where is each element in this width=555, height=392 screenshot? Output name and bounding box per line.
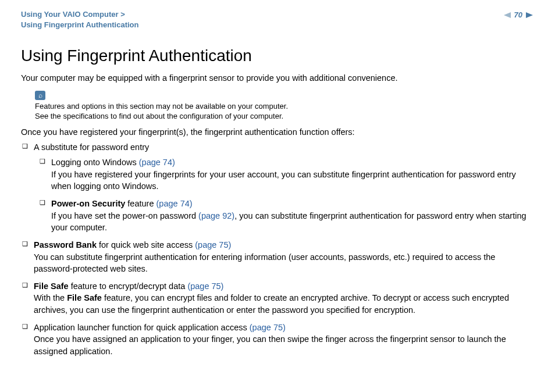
search-info-icon: ⌕ <box>35 91 45 100</box>
page-link[interactable]: (page 75) <box>195 240 231 250</box>
list-item: Power-on Security feature (page 74) If y… <box>51 198 534 233</box>
item-body: If you have set the power-on password (p… <box>51 210 534 234</box>
intro-text: Your computer may be equipped with a fin… <box>21 73 534 83</box>
item-body: If you have registered your fingerprints… <box>51 169 534 193</box>
page-navigation: 70 <box>503 10 534 19</box>
item-body: You can substitute fingerprint authentic… <box>34 251 534 275</box>
body-pre: If you have set the power-on password <box>51 211 198 220</box>
page-link[interactable]: (page 92) <box>198 211 234 220</box>
item-prefix: Logging onto Windows <box>51 158 139 167</box>
prev-page-arrow-icon[interactable] <box>503 12 511 19</box>
page-header: Using Your VAIO Computer > Using Fingerp… <box>21 9 534 30</box>
list-item: Application launcher function for quick … <box>34 322 534 357</box>
page-title: Using Fingerprint Authentication <box>21 47 534 65</box>
item-prefix-rest: for quick web site access <box>97 240 195 250</box>
list-item: File Safe feature to encrypt/decrypt dat… <box>34 280 534 316</box>
svg-marker-0 <box>504 12 511 18</box>
next-page-arrow-icon[interactable] <box>526 12 534 19</box>
breadcrumb-line-2: Using Fingerprint Authentication <box>21 20 138 30</box>
sub-list: Logging onto Windows (page 74) If you ha… <box>34 156 534 233</box>
body-bold: File Safe <box>67 293 102 302</box>
info-text-line-1: Features and options in this section may… <box>35 102 534 112</box>
item-prefix-rest: feature to encrypt/decrypt data <box>69 281 188 291</box>
page-link[interactable]: (page 74) <box>156 199 193 208</box>
list-item: Password Bank for quick web site access … <box>34 239 534 275</box>
list-item: A substitute for password entry Logging … <box>34 141 534 233</box>
item-prefix: Application launcher function for quick … <box>34 323 250 332</box>
item-title: A substitute for password entry <box>34 142 149 152</box>
breadcrumb-line-1: Using Your VAIO Computer > <box>21 9 138 20</box>
body-post: feature, you can encrypt files and folde… <box>34 293 509 314</box>
body-pre: With the <box>34 293 67 302</box>
page-link[interactable]: (page 75) <box>187 281 223 291</box>
item-prefix-rest: feature <box>125 199 156 208</box>
page-link[interactable]: (page 74) <box>139 158 175 167</box>
item-bold-prefix: Password Bank <box>34 240 97 250</box>
item-body: With the File Safe feature, you can encr… <box>34 292 534 316</box>
svg-marker-1 <box>526 12 533 18</box>
page-number: 70 <box>514 10 522 19</box>
item-body: Once you have assigned an application to… <box>34 333 534 357</box>
breadcrumb: Using Your VAIO Computer > Using Fingerp… <box>21 9 138 30</box>
page-link[interactable]: (page 75) <box>250 323 286 332</box>
item-bold-prefix: Power-on Security <box>51 199 125 208</box>
list-item: Logging onto Windows (page 74) If you ha… <box>51 156 534 192</box>
feature-list: A substitute for password entry Logging … <box>21 141 534 357</box>
info-box: ⌕ Features and options in this section m… <box>35 90 534 122</box>
info-text-line-2: See the specifications to find out about… <box>35 112 534 122</box>
lead-text: Once you have registered your fingerprin… <box>21 127 534 137</box>
item-bold-prefix: File Safe <box>34 281 69 291</box>
